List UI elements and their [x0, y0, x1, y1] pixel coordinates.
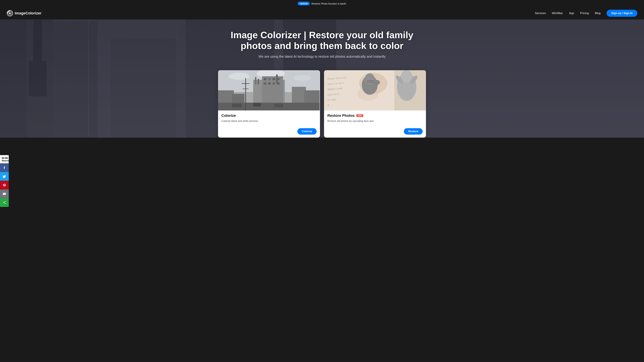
svg-rect-34 [272, 82, 275, 85]
bw-city-scene [218, 70, 320, 110]
svg-rect-13 [29, 61, 46, 96]
svg-rect-29 [268, 78, 271, 80]
svg-rect-33 [268, 82, 271, 85]
restore-card-image: Happy those earl shined in my a Before I… [324, 70, 426, 110]
logo-icon [7, 10, 13, 16]
svg-rect-43 [274, 104, 283, 107]
svg-rect-45 [242, 83, 250, 84]
svg-rect-49 [276, 74, 278, 83]
announcement-bar: Update Restore Photo function is back! [0, 0, 644, 7]
cards-section: Colorize Colorize black and white pictur… [204, 70, 440, 138]
header: ImageColorizer Services Win/Mac App Pric… [0, 7, 644, 19]
svg-rect-47 [255, 77, 256, 84]
colorize-button[interactable]: Colorize [297, 128, 317, 135]
hero-section: Image Colorizer | Restore your old famil… [0, 19, 644, 138]
colorize-card-footer: Colorize [218, 126, 320, 138]
colorize-card-title: Colorize [221, 113, 317, 118]
update-badge: Update [298, 2, 310, 5]
svg-text:B: B [327, 104, 329, 107]
svg-rect-28 [264, 78, 266, 80]
colorize-card-body: Colorize Colorize black and white pictur… [218, 110, 320, 126]
svg-rect-15 [110, 39, 177, 138]
nav-winmac[interactable]: Win/Mac [552, 11, 563, 15]
signin-button[interactable]: Sign-up / Sign-In [606, 10, 637, 17]
svg-point-67 [401, 70, 412, 82]
card-divider [320, 70, 320, 110]
svg-rect-41 [232, 103, 242, 107]
hero-title: Image Colorizer | Restore your old famil… [218, 30, 426, 51]
main-nav: Services Win/Mac App Pricing Blog Sign-u… [535, 10, 637, 17]
restore-scene: Happy those earl shined in my a Before I… [324, 70, 426, 110]
svg-point-23 [228, 73, 250, 80]
announcement-text: Restore Photo function is back! [312, 2, 346, 5]
svg-point-61 [365, 73, 375, 84]
svg-rect-32 [264, 82, 266, 85]
svg-rect-46 [243, 88, 249, 89]
restore-card-footer: Restore [324, 126, 426, 138]
nav-pricing[interactable]: Pricing [580, 11, 589, 15]
colorize-card: Colorize Colorize black and white pictur… [218, 70, 320, 138]
hero-subtitle: We are using the latest AI technology to… [218, 55, 426, 58]
svg-rect-14 [53, 21, 97, 138]
restore-card-title: Restore Photos New [327, 113, 422, 118]
nav-services[interactable]: Services [535, 11, 546, 15]
hero-content: Image Colorizer | Restore your old famil… [204, 19, 440, 70]
svg-rect-42 [253, 103, 261, 106]
svg-point-2 [9, 12, 11, 14]
nav-app[interactable]: App [569, 11, 574, 15]
nav-blog[interactable]: Blog [595, 11, 600, 15]
svg-marker-11 [33, 19, 42, 30]
svg-rect-48 [258, 79, 259, 84]
svg-point-25 [294, 75, 311, 81]
restore-card-body: Restore Photos New Restore old photos by… [324, 110, 426, 126]
restore-card-desc: Restore old photos by upscaling face and [327, 119, 422, 123]
colorize-card-desc: Colorize black and white pictures [221, 119, 317, 123]
svg-rect-44 [245, 78, 246, 110]
restore-button[interactable]: Restore [404, 128, 422, 135]
logo-text: ImageColorizer [15, 11, 42, 15]
logo[interactable]: ImageColorizer [7, 10, 42, 16]
restore-card: Happy those earl shined in my a Before I… [324, 70, 426, 138]
colorize-card-image [218, 70, 320, 110]
new-badge: New [356, 114, 364, 117]
svg-rect-30 [272, 78, 275, 80]
svg-point-65 [374, 80, 380, 85]
